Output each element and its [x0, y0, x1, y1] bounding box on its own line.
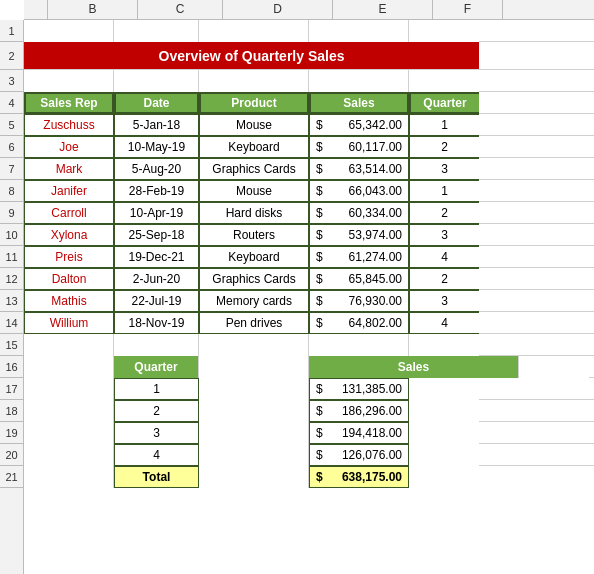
cell-d10: Routers	[199, 224, 309, 246]
row-num-18: 18	[0, 400, 23, 422]
dollar-sign-5: $	[316, 118, 323, 132]
cell-f1	[409, 20, 479, 42]
cell-b7: Mark	[24, 158, 114, 180]
cell-f16	[519, 356, 589, 378]
cell-e10: $53,974.00	[309, 224, 409, 246]
cell-c10: 25-Sep-18	[114, 224, 199, 246]
row-num-21: 21	[0, 466, 23, 488]
header-date: Date	[114, 92, 199, 114]
row-7: Mark 5-Aug-20 Graphics Cards $63,514.00 …	[24, 158, 594, 180]
col-header-c: C	[138, 0, 223, 19]
cell-d19	[199, 422, 309, 444]
cell-f21	[409, 466, 479, 488]
row-num-12: 12	[0, 268, 23, 290]
sum-s4: $126,076.00	[309, 444, 409, 466]
col-header-b: B	[48, 0, 138, 19]
row-17: 1 $131,385.00	[24, 378, 594, 400]
amount-5: 65,342.00	[349, 118, 402, 132]
sum-header-quarter: Quarter	[114, 356, 199, 378]
header-sales: Sales	[309, 92, 409, 114]
cell-d17	[199, 378, 309, 400]
cell-c9: 10-Apr-19	[114, 202, 199, 224]
cell-f6: 2	[409, 136, 479, 158]
cell-f7: 3	[409, 158, 479, 180]
row-16-sum-header: Quarter Sales	[24, 356, 594, 378]
cell-d21	[199, 466, 309, 488]
row-num-17: 17	[0, 378, 23, 400]
cell-d3	[199, 70, 309, 92]
sum-header-sales: Sales	[309, 356, 519, 378]
cell-f5: 1	[409, 114, 479, 136]
cell-b9: Carroll	[24, 202, 114, 224]
spreadsheet: B C D E F 1 2 3 4 5 6 7 8 9 10 11 12 13 …	[0, 0, 594, 574]
rows-area: 1 2 3 4 5 6 7 8 9 10 11 12 13 14 15 16 1…	[0, 20, 594, 574]
row-11: Preis 19-Dec-21 Keyboard $61,274.00 4	[24, 246, 594, 268]
cell-d14: Pen drives	[199, 312, 309, 334]
grid-area: Overview of Quarterly Sales Sales Rep Da…	[24, 20, 594, 574]
row-num-8: 8	[0, 180, 23, 202]
cell-f20	[409, 444, 479, 466]
row-num-5: 5	[0, 114, 23, 136]
cell-b17	[24, 378, 114, 400]
cell-e1	[309, 20, 409, 42]
cell-e8: $66,043.00	[309, 180, 409, 202]
cell-e5: $65,342.00	[309, 114, 409, 136]
cell-b3	[24, 70, 114, 92]
cell-c11: 19-Dec-21	[114, 246, 199, 268]
cell-b21	[24, 466, 114, 488]
cell-c14: 18-Nov-19	[114, 312, 199, 334]
cell-d20	[199, 444, 309, 466]
row-1	[24, 20, 594, 42]
total-amount: $638,175.00	[309, 466, 409, 488]
cell-f17	[409, 378, 479, 400]
cell-d11: Keyboard	[199, 246, 309, 268]
sum-s2: $186,296.00	[309, 400, 409, 422]
cell-d15	[199, 334, 309, 356]
cell-e3	[309, 70, 409, 92]
cell-c8: 28-Feb-19	[114, 180, 199, 202]
row-num-11: 11	[0, 246, 23, 268]
cell-e13: $76,930.00	[309, 290, 409, 312]
cell-d9: Hard disks	[199, 202, 309, 224]
sum-q4: 4	[114, 444, 199, 466]
row-num-19: 19	[0, 422, 23, 444]
row-headers: 1 2 3 4 5 6 7 8 9 10 11 12 13 14 15 16 1…	[0, 20, 24, 574]
row-4-header: Sales Rep Date Product Sales Quarter	[24, 92, 594, 114]
row-num-16: 16	[0, 356, 23, 378]
sum-s1: $131,385.00	[309, 378, 409, 400]
row-num-15: 15	[0, 334, 23, 356]
cell-b16	[24, 356, 114, 378]
cell-d13: Memory cards	[199, 290, 309, 312]
cell-b15	[24, 334, 114, 356]
cell-c6: 10-May-19	[114, 136, 199, 158]
row-num-13: 13	[0, 290, 23, 312]
cell-f9: 2	[409, 202, 479, 224]
cell-b19	[24, 422, 114, 444]
row-12: Dalton 2-Jun-20 Graphics Cards $65,845.0…	[24, 268, 594, 290]
cell-b18	[24, 400, 114, 422]
cell-b10: Xylona	[24, 224, 114, 246]
row-10: Xylona 25-Sep-18 Routers $53,974.00 3	[24, 224, 594, 246]
cell-c1	[114, 20, 199, 42]
cell-e7: $63,514.00	[309, 158, 409, 180]
cell-b14: Willium	[24, 312, 114, 334]
row-num-9: 9	[0, 202, 23, 224]
cell-d12: Graphics Cards	[199, 268, 309, 290]
row-num-4: 4	[0, 92, 23, 114]
row-15	[24, 334, 594, 356]
cell-b5: Zuschuss	[24, 114, 114, 136]
cell-f14: 4	[409, 312, 479, 334]
row-18: 2 $186,296.00	[24, 400, 594, 422]
cell-b6: Joe	[24, 136, 114, 158]
cell-c12: 2-Jun-20	[114, 268, 199, 290]
header-quarter: Quarter	[409, 92, 479, 114]
header-sales-rep: Sales Rep	[24, 92, 114, 114]
cell-c13: 22-Jul-19	[114, 290, 199, 312]
cell-d8: Mouse	[199, 180, 309, 202]
row-num-14: 14	[0, 312, 23, 334]
cell-b12: Dalton	[24, 268, 114, 290]
cell-c3	[114, 70, 199, 92]
cell-e12: $65,845.00	[309, 268, 409, 290]
cell-d18	[199, 400, 309, 422]
header-product: Product	[199, 92, 309, 114]
